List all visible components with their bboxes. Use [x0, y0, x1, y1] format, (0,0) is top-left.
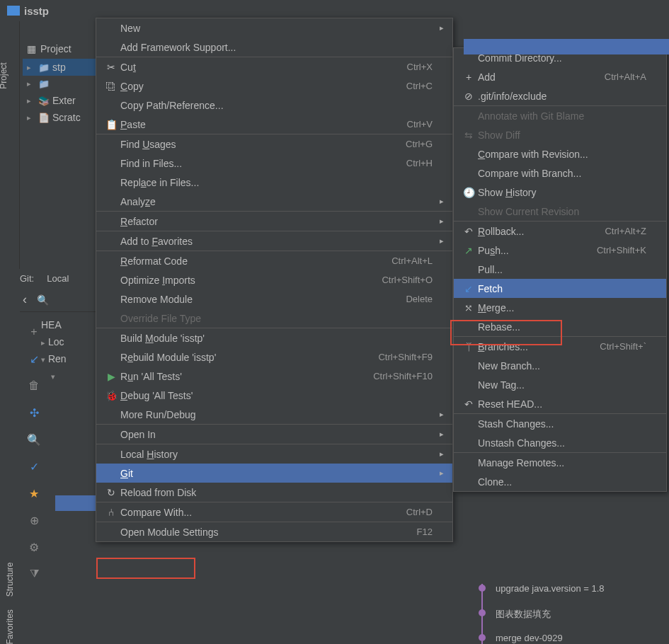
local-entry[interactable]: ▸ Loc — [41, 333, 98, 350]
menu-item-find-in-files[interactable]: Find in Files...Ctrl+H — [96, 154, 452, 173]
menu-item-show-history[interactable]: 🕘Show History — [454, 183, 666, 202]
menu-icon: ↗ — [459, 245, 478, 256]
tree-label: Scratc — [52, 112, 81, 123]
menu-item-replace-in-files[interactable]: Replace in Files... — [96, 173, 452, 192]
menu-label: Fetch — [478, 283, 646, 294]
menu-item-copy[interactable]: ⿻CopyCtrl+C — [96, 76, 452, 96]
commit-row[interactable]: merge dev-0929 — [496, 633, 563, 643]
menu-item-reformat-code[interactable]: Reformat CodeCtrl+Alt+L — [96, 251, 452, 270]
menu-item-more-run-debug[interactable]: More Run/Debug▸ — [96, 405, 452, 424]
menu-item-build-module-isstp[interactable]: Build Module 'isstp' — [96, 328, 452, 347]
project-tab[interactable]: Project — [0, 62, 8, 88]
tree-arrow-icon[interactable]: ▸ — [27, 113, 35, 122]
menu-item-add-to-favorites[interactable]: Add to Favorites▸ — [96, 231, 452, 251]
menu-item-local-history[interactable]: Local History▸ — [96, 444, 452, 464]
menu-item-rebuild-module-isstp[interactable]: Rebuild Module 'isstp'Ctrl+Shift+F9 — [96, 347, 452, 367]
menu-item-new-tag[interactable]: New Tag... — [454, 375, 666, 394]
menu-item-git[interactable]: Git▸ — [96, 464, 452, 483]
menu-item-new-branch[interactable]: New Branch... — [454, 356, 666, 375]
menu-label: New Branch... — [478, 360, 646, 372]
menu-item-annotate-with-git-blame: Annotate with Git Blame — [454, 106, 666, 125]
menu-icon: ⑃ — [102, 507, 120, 518]
trash-icon[interactable]: 🗑 — [26, 378, 42, 393]
menu-item-cut[interactable]: ✂CutCtrl+X — [96, 57, 452, 76]
tree-item[interactable]: ▸📄Scratc — [23, 109, 98, 126]
menu-icon: ⿻ — [102, 81, 120, 92]
git-header: Git: Local — [20, 269, 98, 288]
menu-icon: 🕘 — [459, 187, 478, 198]
menu-item-merge[interactable]: ⤲Merge... — [454, 298, 666, 317]
menu-item-reload-from-disk[interactable]: ↻Reload from Disk — [96, 483, 452, 502]
update-icon[interactable]: ↙ — [26, 351, 42, 367]
menu-icon: ⊘ — [459, 91, 478, 102]
structure-tab[interactable]: Structure — [5, 563, 15, 597]
menu-item-show-current-revision: Show Current Revision — [454, 202, 666, 221]
favorites-tab[interactable]: ★ Favorites — [5, 609, 15, 644]
tree-arrow-icon[interactable]: ▸ — [27, 79, 35, 88]
menu-item-push[interactable]: ↗Push...Ctrl+Shift+K — [454, 241, 666, 260]
menu-item-git-info-exclude[interactable]: ⊘.git/info/exclude — [454, 86, 666, 105]
project-header[interactable]: ▦ Project — [20, 39, 98, 59]
menu-label: Unstash Changes... — [478, 437, 646, 449]
gear-icon[interactable]: ⚙ — [26, 539, 42, 555]
menu-item-stash-changes[interactable]: Stash Changes... — [454, 414, 666, 433]
menu-item-rebase[interactable]: Rebase... — [454, 317, 666, 336]
menu-item-pull[interactable]: Pull... — [454, 260, 666, 279]
commit-dot — [479, 609, 486, 616]
back-icon[interactable]: ‹ — [23, 292, 27, 307]
menu-item-compare-with-revision[interactable]: Compare with Revision... — [454, 144, 666, 163]
commit-row[interactable]: upgrade java.version = 1.8 — [496, 583, 605, 594]
commit-row[interactable]: 图表数据填充 — [496, 608, 551, 621]
remote-entry[interactable]: ▾ Ren — [41, 350, 98, 367]
menu-item-unstash-changes[interactable]: Unstash Changes... — [454, 433, 666, 452]
menu-item-debug-all-tests[interactable]: 🐞Debug 'All Tests' — [96, 386, 452, 405]
menu-item-compare-with-branch[interactable]: Compare with Branch... — [454, 163, 666, 183]
menu-item-fetch[interactable]: ↙Fetch — [454, 279, 666, 298]
menu-item-open-module-settings[interactable]: Open Module SettingsF12 — [96, 522, 452, 541]
menu-item-compare-with[interactable]: ⑃Compare With...Ctrl+D — [96, 502, 452, 522]
tree-label: stp — [52, 62, 66, 73]
menu-item-branches[interactable]: ᛉBranches...Ctrl+Shift+` — [454, 337, 666, 356]
editor-tab[interactable] — [464, 39, 669, 54]
menu-item-run-all-tests[interactable]: ▶Run 'All Tests'Ctrl+Shift+F10 — [96, 367, 452, 386]
menu-label: Reformat Code — [120, 255, 391, 267]
menu-item-copy-path-reference[interactable]: Copy Path/Reference... — [96, 96, 452, 115]
menu-item-analyze[interactable]: Analyze▸ — [96, 192, 452, 211]
menu-item-manage-remotes[interactable]: Manage Remotes... — [454, 453, 666, 472]
selected-branch-row[interactable] — [55, 495, 98, 511]
menu-item-add-framework-support[interactable]: Add Framework Support... — [96, 38, 452, 57]
remote-sub[interactable]: ▾ — [41, 367, 98, 384]
tree-item[interactable]: ▸📚Exter — [23, 92, 98, 109]
search-icon[interactable]: 🔍 — [37, 294, 49, 306]
menu-label: Build Module 'isstp' — [120, 333, 433, 344]
menu-item-find-usages[interactable]: Find UsagesCtrl+G — [96, 134, 452, 154]
menu-shortcut: Ctrl+C — [406, 81, 433, 91]
target-icon[interactable]: ⊕ — [26, 512, 42, 528]
head-entry[interactable]: HEA — [41, 316, 98, 333]
search-icon-2[interactable]: 🔍 — [26, 432, 42, 447]
menu-item-open-in[interactable]: Open In▸ — [96, 425, 452, 444]
cherry-pick-icon[interactable]: ✣ — [26, 405, 42, 420]
menu-item-optimize-imports[interactable]: Optimize ImportsCtrl+Shift+O — [96, 270, 452, 289]
checkmark-icon[interactable]: ✓ — [26, 459, 42, 474]
menu-item-reset-head[interactable]: ↶Reset HEAD... — [454, 394, 666, 413]
context-menu: New▸Add Framework Support...✂CutCtrl+X⿻C… — [96, 18, 453, 542]
menu-label: Annotate with Git Blame — [478, 110, 646, 122]
tree-arrow-icon[interactable]: ▸ — [27, 96, 35, 105]
star-icon[interactable]: ★ — [26, 485, 42, 501]
menu-item-clone[interactable]: Clone... — [454, 472, 666, 491]
menu-item-rollback[interactable]: ↶Rollback...Ctrl+Alt+Z — [454, 222, 666, 241]
tree-item[interactable]: ▸📁 — [23, 76, 98, 92]
filter-icon[interactable]: ⧩ — [26, 566, 42, 582]
menu-item-paste[interactable]: 📋PasteCtrl+V — [96, 115, 452, 134]
add-icon[interactable]: + — [26, 324, 42, 340]
tree-arrow-icon[interactable]: ▸ — [27, 63, 35, 72]
menu-item-add[interactable]: +AddCtrl+Alt+A — [454, 67, 666, 86]
tree-item[interactable]: ▸📁stp — [23, 59, 98, 76]
menu-item-remove-module[interactable]: Remove ModuleDelete — [96, 289, 452, 309]
tree-icon: 📁 — [38, 79, 50, 89]
menu-item-new[interactable]: New▸ — [96, 18, 452, 38]
menu-icon: ↻ — [102, 487, 120, 498]
menu-item-refactor[interactable]: Refactor▸ — [96, 212, 452, 231]
menu-label: Replace in Files... — [120, 177, 433, 188]
